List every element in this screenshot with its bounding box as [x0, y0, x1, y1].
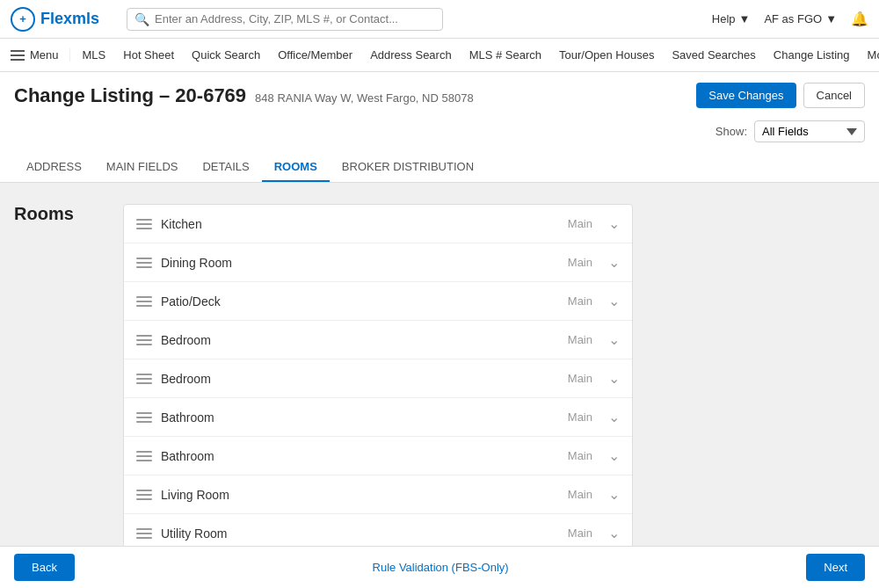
chevron-down-icon[interactable]: ⌄ [608, 254, 620, 271]
save-changes-button[interactable]: Save Changes [696, 83, 795, 108]
drag-handle-icon[interactable] [136, 528, 152, 539]
room-name: Utility Room [161, 526, 531, 541]
room-name: Bedroom [161, 333, 531, 347]
logo-text: Flexmls [40, 10, 99, 28]
chevron-down-icon[interactable]: ⌄ [608, 409, 620, 425]
chevron-down-icon[interactable]: ⌄ [608, 331, 620, 348]
chevron-down-icon[interactable]: ⌄ [608, 370, 620, 387]
rooms-section-label: Rooms [14, 204, 102, 588]
room-floor: Main [540, 526, 592, 540]
chevron-down-icon[interactable]: ⌄ [608, 293, 620, 309]
user-menu[interactable]: AF as FGO ▼ [764, 12, 837, 25]
menu-label: Menu [30, 48, 59, 62]
tab-rooms[interactable]: ROOMS [262, 153, 330, 182]
help-chevron-icon: ▼ [739, 12, 751, 25]
drag-handle-icon[interactable] [136, 451, 152, 461]
room-name: Bedroom [161, 372, 531, 386]
secondary-nav: Menu MLSHot SheetQuick SearchOffice/Memb… [0, 39, 879, 72]
tab-details[interactable]: DETAILS [190, 153, 261, 182]
chevron-down-icon[interactable]: ⌄ [608, 215, 620, 232]
room-item[interactable]: Dining RoomMain⌄ [124, 243, 632, 282]
rule-validation-link[interactable]: Rule Validation (FBS-Only) [75, 561, 806, 574]
room-floor: Main [540, 333, 592, 346]
back-button[interactable]: Back [14, 554, 75, 581]
top-right: Help ▼ AF as FGO ▼ 🔔 [712, 11, 868, 27]
page-title-row: Change Listing – 20-6769 848 RANIA Way W… [14, 83, 865, 115]
logo-icon: + [11, 7, 35, 32]
room-floor: Main [540, 294, 592, 308]
search-input[interactable] [155, 12, 435, 25]
room-item[interactable]: BathroomMain⌄ [124, 437, 632, 475]
room-name: Bathroom [161, 449, 531, 463]
nav-item-mls---search[interactable]: MLS # Search [461, 39, 550, 72]
chevron-down-icon[interactable]: ⌄ [608, 447, 620, 464]
room-name: Bathroom [161, 410, 531, 425]
room-item[interactable]: Patio/DeckMain⌄ [124, 282, 632, 321]
drag-handle-icon[interactable] [136, 490, 152, 500]
user-chevron-icon: ▼ [825, 12, 837, 25]
tab-address[interactable]: ADDRESS [14, 153, 94, 182]
nav-item-tour-open-houses[interactable]: Tour/Open Houses [550, 39, 663, 72]
hamburger-icon [11, 50, 25, 61]
help-button[interactable]: Help ▼ [712, 12, 751, 25]
room-name: Kitchen [161, 217, 531, 231]
next-button[interactable]: Next [806, 554, 865, 581]
chevron-down-icon[interactable]: ⌄ [608, 486, 620, 503]
show-row: Show: All FieldsRequired FieldsChanged F… [14, 115, 865, 149]
notification-bell-icon[interactable]: 🔔 [851, 11, 868, 27]
nav-item-mls[interactable]: MLS [74, 39, 115, 72]
search-bar[interactable]: 🔍 [127, 8, 443, 31]
page-header: Change Listing – 20-6769 848 RANIA Way W… [0, 72, 879, 183]
room-floor: Main [540, 372, 592, 385]
search-icon: 🔍 [134, 12, 149, 26]
drag-handle-icon[interactable] [136, 374, 152, 384]
drag-handle-icon[interactable] [136, 219, 152, 229]
show-select[interactable]: All FieldsRequired FieldsChanged Fields [754, 120, 865, 142]
room-item[interactable]: KitchenMain⌄ [124, 205, 632, 243]
room-item[interactable]: BedroomMain⌄ [124, 321, 632, 359]
nav-item-change-listing[interactable]: Change Listing [765, 39, 859, 72]
drag-handle-icon[interactable] [136, 296, 152, 307]
nav-item-hot-sheet[interactable]: Hot Sheet [114, 39, 183, 72]
chevron-down-icon[interactable]: ⌄ [608, 525, 620, 541]
room-floor: Main [540, 410, 592, 424]
page-title: Change Listing – 20-6769 [14, 84, 246, 107]
nav-item-quick-search[interactable]: Quick Search [183, 39, 269, 72]
drag-handle-icon[interactable] [136, 258, 152, 268]
tabs: ADDRESSMAIN FIELDSDETAILSROOMSBROKER DIS… [14, 153, 865, 182]
drag-handle-icon[interactable] [136, 412, 152, 423]
tab-main-fields[interactable]: MAIN FIELDS [94, 153, 191, 182]
room-name: Living Room [161, 488, 531, 502]
room-floor: Main [540, 449, 592, 462]
room-item[interactable]: BathroomMain⌄ [124, 398, 632, 437]
room-item[interactable]: Living RoomMain⌄ [124, 475, 632, 514]
room-floor: Main [540, 256, 592, 269]
user-label: AF as FGO [764, 12, 822, 25]
header-buttons: Save Changes Cancel [696, 83, 865, 108]
drag-handle-icon[interactable] [136, 335, 152, 345]
nav-items: MLSHot SheetQuick SearchOffice/MemberAdd… [74, 39, 879, 72]
logo[interactable]: + Flexmls [11, 7, 116, 32]
bottom-bar: Back Rule Validation (FBS-Only) Next [0, 546, 879, 588]
menu-button[interactable]: Menu [11, 48, 70, 62]
top-bar: + Flexmls 🔍 Help ▼ AF as FGO ▼ 🔔 [0, 0, 879, 39]
show-label: Show: [716, 125, 747, 138]
tab-broker-distribution[interactable]: BROKER DISTRIBUTION [330, 153, 486, 182]
page-address: 848 RANIA Way W, West Fargo, ND 58078 [255, 91, 474, 105]
room-name: Dining Room [161, 256, 531, 270]
room-item[interactable]: BedroomMain⌄ [124, 359, 632, 398]
nav-item-more[interactable]: More ▾ [859, 39, 879, 72]
room-floor: Main [540, 488, 592, 501]
room-name: Patio/Deck [161, 294, 531, 309]
nav-item-address-search[interactable]: Address Search [361, 39, 461, 72]
cancel-button[interactable]: Cancel [803, 83, 865, 108]
rooms-list: KitchenMain⌄Dining RoomMain⌄Patio/DeckMa… [123, 204, 633, 588]
nav-item-office-member[interactable]: Office/Member [269, 39, 361, 72]
room-floor: Main [540, 217, 592, 230]
nav-item-saved-searches[interactable]: Saved Searches [663, 39, 764, 72]
main-content: Rooms KitchenMain⌄Dining RoomMain⌄Patio/… [0, 183, 879, 588]
help-label: Help [712, 12, 736, 25]
